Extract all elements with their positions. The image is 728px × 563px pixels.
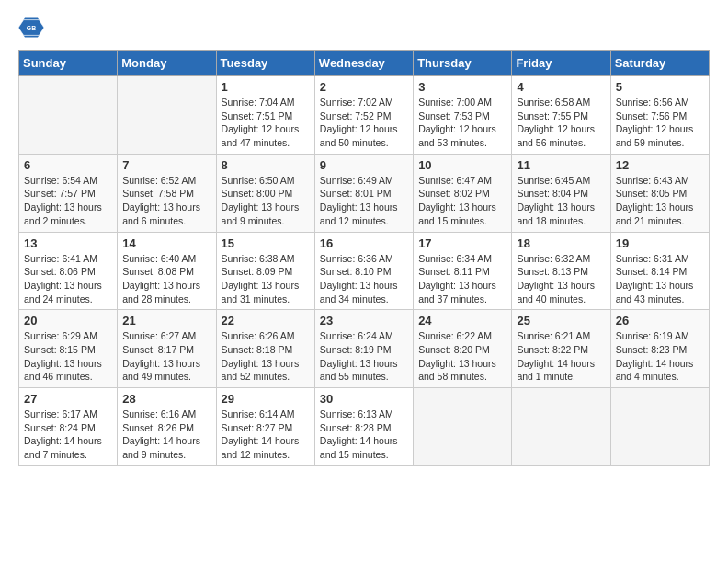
calendar-week-2: 6Sunrise: 6:54 AM Sunset: 7:57 PM Daylig… [19,154,710,232]
day-number: 16 [320,236,408,250]
calendar-cell: 21Sunrise: 6:27 AM Sunset: 8:17 PM Dayli… [118,310,216,388]
calendar-cell: 2Sunrise: 7:02 AM Sunset: 7:52 PM Daylig… [314,76,413,155]
weekday-header-row: SundayMondayTuesdayWednesdayThursdayFrid… [19,51,710,76]
day-info: Sunrise: 7:04 AM Sunset: 7:51 PM Dayligh… [222,96,310,150]
calendar-table: SundayMondayTuesdayWednesdayThursdayFrid… [18,50,710,466]
calendar-week-3: 13Sunrise: 6:41 AM Sunset: 8:06 PM Dayli… [19,232,710,310]
day-number: 5 [616,80,704,94]
calendar-cell [610,388,709,466]
day-info: Sunrise: 6:52 AM Sunset: 7:58 PM Dayligh… [122,174,210,228]
day-number: 2 [320,80,408,94]
day-info: Sunrise: 6:22 AM Sunset: 8:20 PM Dayligh… [418,329,506,384]
calendar-cell: 20Sunrise: 6:29 AM Sunset: 8:15 PM Dayli… [19,310,118,388]
calendar-cell: 5Sunrise: 6:56 AM Sunset: 7:56 PM Daylig… [610,76,709,155]
weekday-header-thursday: Thursday [414,51,512,76]
day-number: 6 [24,158,112,172]
day-number: 1 [222,80,310,94]
day-info: Sunrise: 6:47 AM Sunset: 8:02 PM Dayligh… [418,174,506,228]
weekday-header-friday: Friday [512,51,610,76]
weekday-header-tuesday: Tuesday [216,51,314,76]
day-number: 9 [320,158,408,172]
day-number: 10 [418,158,506,172]
day-info: Sunrise: 6:29 AM Sunset: 8:15 PM Dayligh… [24,329,112,384]
calendar-cell: 18Sunrise: 6:32 AM Sunset: 8:13 PM Dayli… [512,232,610,310]
calendar-week-1: 1Sunrise: 7:04 AM Sunset: 7:51 PM Daylig… [19,76,710,155]
calendar-cell: 9Sunrise: 6:49 AM Sunset: 8:01 PM Daylig… [314,154,413,232]
weekday-header-wednesday: Wednesday [314,51,413,76]
day-number: 8 [222,158,310,172]
calendar-cell: 6Sunrise: 6:54 AM Sunset: 7:57 PM Daylig… [19,154,118,232]
day-info: Sunrise: 6:58 AM Sunset: 7:55 PM Dayligh… [517,96,605,150]
weekday-header-sunday: Sunday [19,51,118,76]
calendar-cell: 27Sunrise: 6:17 AM Sunset: 8:24 PM Dayli… [19,388,118,466]
day-info: Sunrise: 7:00 AM Sunset: 7:53 PM Dayligh… [418,96,506,150]
day-number: 17 [418,236,506,250]
day-number: 12 [616,158,704,172]
day-info: Sunrise: 6:21 AM Sunset: 8:22 PM Dayligh… [517,329,605,384]
calendar-cell: 19Sunrise: 6:31 AM Sunset: 8:14 PM Dayli… [610,232,709,310]
logo: GB [18,15,48,40]
day-number: 3 [418,80,506,94]
day-number: 14 [122,236,210,250]
day-info: Sunrise: 6:38 AM Sunset: 8:09 PM Dayligh… [222,252,310,306]
weekday-header-saturday: Saturday [610,51,709,76]
day-info: Sunrise: 6:40 AM Sunset: 8:08 PM Dayligh… [122,252,210,306]
calendar-cell: 29Sunrise: 6:14 AM Sunset: 8:27 PM Dayli… [216,388,314,466]
day-info: Sunrise: 6:26 AM Sunset: 8:18 PM Dayligh… [222,329,310,384]
day-number: 15 [222,236,310,250]
day-number: 23 [320,314,408,327]
svg-text:GB: GB [27,25,37,31]
header: GB [18,15,710,40]
calendar-cell: 17Sunrise: 6:34 AM Sunset: 8:11 PM Dayli… [414,232,512,310]
day-number: 25 [517,314,605,327]
calendar-cell [118,76,216,155]
day-info: Sunrise: 6:49 AM Sunset: 8:01 PM Dayligh… [320,174,408,228]
day-info: Sunrise: 6:19 AM Sunset: 8:23 PM Dayligh… [616,329,704,384]
day-number: 30 [320,392,408,406]
calendar-cell [19,76,118,155]
day-number: 18 [517,236,605,250]
day-number: 4 [517,80,605,94]
calendar-cell: 30Sunrise: 6:13 AM Sunset: 8:28 PM Dayli… [314,388,413,466]
day-info: Sunrise: 6:31 AM Sunset: 8:14 PM Dayligh… [616,252,704,306]
page: GB SundayMondayTuesdayWednesdayThursdayF… [0,0,728,481]
calendar-cell: 3Sunrise: 7:00 AM Sunset: 7:53 PM Daylig… [414,76,512,155]
day-info: Sunrise: 7:02 AM Sunset: 7:52 PM Dayligh… [320,96,408,150]
day-number: 24 [418,314,506,327]
calendar-cell: 16Sunrise: 6:36 AM Sunset: 8:10 PM Dayli… [314,232,413,310]
calendar-cell: 1Sunrise: 7:04 AM Sunset: 7:51 PM Daylig… [216,76,314,155]
day-info: Sunrise: 6:34 AM Sunset: 8:11 PM Dayligh… [418,252,506,306]
day-number: 19 [616,236,704,250]
day-info: Sunrise: 6:24 AM Sunset: 8:19 PM Dayligh… [320,329,408,384]
logo-icon: GB [18,15,44,40]
calendar-cell: 4Sunrise: 6:58 AM Sunset: 7:55 PM Daylig… [512,76,610,155]
day-info: Sunrise: 6:17 AM Sunset: 8:24 PM Dayligh… [24,408,112,462]
calendar-cell: 7Sunrise: 6:52 AM Sunset: 7:58 PM Daylig… [118,154,216,232]
day-number: 13 [24,236,112,250]
calendar-cell: 12Sunrise: 6:43 AM Sunset: 8:05 PM Dayli… [610,154,709,232]
calendar-cell [414,388,512,466]
day-number: 26 [616,314,704,327]
day-info: Sunrise: 6:56 AM Sunset: 7:56 PM Dayligh… [616,96,704,150]
calendar-cell: 23Sunrise: 6:24 AM Sunset: 8:19 PM Dayli… [314,310,413,388]
calendar-cell: 26Sunrise: 6:19 AM Sunset: 8:23 PM Dayli… [610,310,709,388]
calendar-cell: 13Sunrise: 6:41 AM Sunset: 8:06 PM Dayli… [19,232,118,310]
day-number: 22 [222,314,310,327]
day-number: 11 [517,158,605,172]
calendar-week-5: 27Sunrise: 6:17 AM Sunset: 8:24 PM Dayli… [19,388,710,466]
weekday-header-monday: Monday [118,51,216,76]
day-info: Sunrise: 6:45 AM Sunset: 8:04 PM Dayligh… [517,174,605,228]
day-number: 29 [222,392,310,406]
day-info: Sunrise: 6:13 AM Sunset: 8:28 PM Dayligh… [320,408,408,462]
day-info: Sunrise: 6:50 AM Sunset: 8:00 PM Dayligh… [222,174,310,228]
day-info: Sunrise: 6:54 AM Sunset: 7:57 PM Dayligh… [24,174,112,228]
day-info: Sunrise: 6:32 AM Sunset: 8:13 PM Dayligh… [517,252,605,306]
calendar-cell: 14Sunrise: 6:40 AM Sunset: 8:08 PM Dayli… [118,232,216,310]
day-info: Sunrise: 6:41 AM Sunset: 8:06 PM Dayligh… [24,252,112,306]
calendar-cell: 8Sunrise: 6:50 AM Sunset: 8:00 PM Daylig… [216,154,314,232]
day-number: 7 [122,158,210,172]
calendar-cell: 15Sunrise: 6:38 AM Sunset: 8:09 PM Dayli… [216,232,314,310]
day-info: Sunrise: 6:43 AM Sunset: 8:05 PM Dayligh… [616,174,704,228]
calendar-week-4: 20Sunrise: 6:29 AM Sunset: 8:15 PM Dayli… [19,310,710,388]
calendar-cell: 11Sunrise: 6:45 AM Sunset: 8:04 PM Dayli… [512,154,610,232]
